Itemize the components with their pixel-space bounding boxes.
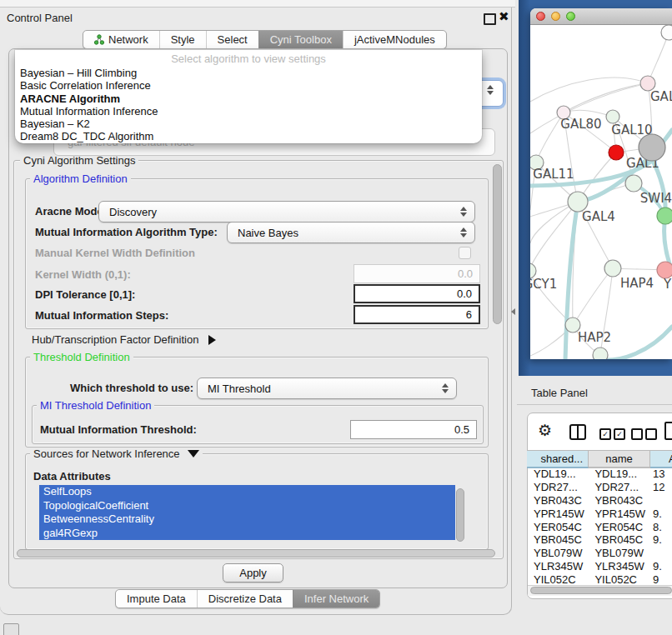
tab-style[interactable]: Style xyxy=(159,31,206,48)
cyni-algorithm-settings-title: Cyni Algorithm Settings xyxy=(20,154,138,167)
table-horizontal-scrollbar[interactable] xyxy=(530,587,672,594)
column-header-a[interactable]: A xyxy=(650,451,672,468)
algorithm-option-bayesian-k2[interactable]: Bayesian – K2 xyxy=(15,118,482,130)
app-root: Control Panel ✖ NetworkStyleSelectCyni T… xyxy=(0,0,672,635)
algorithm-option-basic-correlation-inference[interactable]: Basic Correlation Inference xyxy=(15,79,482,92)
zoom-window-icon[interactable] xyxy=(566,12,575,21)
aracne-mode-combo[interactable]: Discovery xyxy=(98,201,475,222)
attribute-item-betweennesscentrality[interactable]: BetweennessCentrality xyxy=(39,512,455,527)
network-edge-thick xyxy=(565,202,578,359)
algorithm-option-dream8-dc-tdc-algorithm[interactable]: Dream8 DC_TDC Algorithm xyxy=(15,130,482,142)
table-cell: YDR27... xyxy=(527,481,586,493)
network-node-gal10[interactable] xyxy=(606,110,619,123)
tab-select[interactable]: Select xyxy=(206,31,258,48)
unchecked-columns-icon[interactable] xyxy=(631,428,657,440)
dpi-tolerance-field[interactable]: 0.0 xyxy=(354,284,480,303)
network-node-y[interactable] xyxy=(657,262,672,278)
checked-columns-icon[interactable]: ✓✓ xyxy=(599,428,625,440)
close-icon[interactable]: ✖ xyxy=(499,9,509,24)
tab-label: Cyni Toolbox xyxy=(270,33,332,46)
algorithm-option-list: Bayesian – Hill ClimbingBasic Correlatio… xyxy=(15,67,482,143)
table-cell: YBL079W xyxy=(586,547,646,559)
combo-spinner-icon xyxy=(457,207,470,217)
network-edge xyxy=(530,78,648,102)
gear-icon[interactable]: ⚙ xyxy=(538,421,552,440)
network-node[interactable] xyxy=(661,25,672,40)
network-edge xyxy=(564,83,648,112)
table-body: YDL19...YDL19...13YDR27...YDR27...12YBR0… xyxy=(527,468,672,585)
table-cell: 9. xyxy=(646,508,672,520)
network-node[interactable] xyxy=(657,208,672,224)
tab-label: Impute Data xyxy=(127,592,186,605)
network-node-label: HAP2 xyxy=(578,330,611,345)
network-node[interactable] xyxy=(639,134,665,161)
minimize-window-icon[interactable] xyxy=(551,12,560,21)
network-node-gal1[interactable] xyxy=(609,145,624,160)
table-row[interactable]: YIL052CYIL052C9 xyxy=(527,572,672,585)
table-row[interactable]: YER054CYER054C8. xyxy=(527,520,672,533)
expander-collapsed-icon xyxy=(208,335,216,345)
column-header-name[interactable]: name xyxy=(589,451,650,468)
mi-threshold-field[interactable]: 0.5 xyxy=(350,420,477,439)
tab-network[interactable]: Network xyxy=(83,31,159,48)
panel-splitter-handle[interactable] xyxy=(511,308,515,315)
split-columns-icon[interactable] xyxy=(569,424,586,440)
settings-horizontal-scrollbar[interactable] xyxy=(17,549,495,558)
which-threshold-label: Which threshold to use: xyxy=(70,382,193,394)
table-row[interactable]: YBL079WYBL079W xyxy=(527,547,672,560)
mi-steps-field[interactable]: 6 xyxy=(354,305,480,324)
table-row[interactable]: YBR043CYBR043C xyxy=(527,494,672,508)
table-cell: 8. xyxy=(646,521,672,533)
algorithm-definition-title: Algorithm Definition xyxy=(30,172,131,185)
float-icon[interactable] xyxy=(484,13,496,25)
which-threshold-value: MI Threshold xyxy=(198,382,439,395)
attribute-item-topologicalcoefficient[interactable]: TopologicalCoefficient xyxy=(39,499,455,513)
mi-algorithm-type-combo[interactable]: Naive Bayes xyxy=(227,222,475,243)
network-node-hap4[interactable] xyxy=(604,260,621,277)
table-cell: YPR145W xyxy=(527,508,586,520)
table-cell: YIL052C xyxy=(527,573,586,585)
algorithm-option-aracne-algorithm[interactable]: ARACNE Algorithm xyxy=(15,92,482,105)
document-icon[interactable] xyxy=(664,422,672,440)
table-row[interactable]: YDR27...YDR27...12 xyxy=(527,481,672,494)
table-row[interactable]: YDL19...YDL19...13 xyxy=(527,468,672,481)
table-row[interactable]: YLR345WYLR345W9. xyxy=(527,560,672,573)
network-canvas[interactable]: GALGAL80GAL10GAL1GAL11SWI4GAL4GCY1HAP4YH… xyxy=(530,25,672,359)
network-node-swi4[interactable] xyxy=(625,175,642,192)
table-cell: YDR27... xyxy=(586,481,646,493)
mi-algorithm-type-value: Naive Bayes xyxy=(228,227,457,239)
table-cell: 9. xyxy=(646,533,672,546)
settings-vertical-scrollbar[interactable] xyxy=(493,164,502,324)
table-header-row[interactable]: shared...nameA xyxy=(527,450,672,468)
column-header-shared[interactable]: shared... xyxy=(527,451,589,468)
attribute-item-selfloops[interactable]: SelfLoops xyxy=(39,485,455,499)
tab-jactivemnodules[interactable]: jActiveMNodules xyxy=(343,31,446,48)
apply-button[interactable]: Apply xyxy=(223,563,283,582)
network-node[interactable] xyxy=(593,348,608,359)
sources-title-label: Sources for Network Inference xyxy=(33,448,180,460)
table-cell: YBR043C xyxy=(586,494,646,507)
tab-impute-data[interactable]: Impute Data xyxy=(116,590,197,608)
attributes-vertical-scrollbar[interactable] xyxy=(456,488,464,542)
tab-cyni-toolbox[interactable]: Cyni Toolbox xyxy=(258,31,343,48)
kernel-width-field: 0.0 xyxy=(354,264,480,283)
table-cell: 13 xyxy=(646,468,672,480)
table-row[interactable]: YPR145WYPR145W9. xyxy=(527,507,672,520)
hub-expander[interactable]: Hub/Transcription Factor Definition xyxy=(32,333,216,346)
network-edge xyxy=(573,268,613,325)
close-window-icon[interactable] xyxy=(536,12,545,21)
sources-group-title[interactable]: Sources for Network Inference xyxy=(30,448,203,460)
tab-infer-network[interactable]: Infer Network xyxy=(293,590,379,608)
attribute-item-gal4rgexp[interactable]: gal4RGexp xyxy=(39,527,455,541)
table-row[interactable]: YBR045CYBR045C9. xyxy=(527,533,672,547)
network-window-titlebar[interactable] xyxy=(530,8,672,25)
which-threshold-combo[interactable]: MI Threshold xyxy=(197,378,457,399)
mi-threshold-label: Mutual Information Threshold: xyxy=(40,423,197,436)
tab-discretize-data[interactable]: Discretize Data xyxy=(197,590,293,608)
kernel-width-label: Kernel Width (0,1): xyxy=(35,268,131,281)
algorithm-option-bayesian-hill-climbing[interactable]: Bayesian – Hill Climbing xyxy=(15,67,482,79)
combo-spinner-icon xyxy=(457,228,470,238)
algorithm-option-mutual-information-inference[interactable]: Mutual Information Inference xyxy=(15,105,482,118)
network-node-label: GAL11 xyxy=(533,167,574,182)
data-attributes-label: Data Attributes xyxy=(33,470,111,482)
